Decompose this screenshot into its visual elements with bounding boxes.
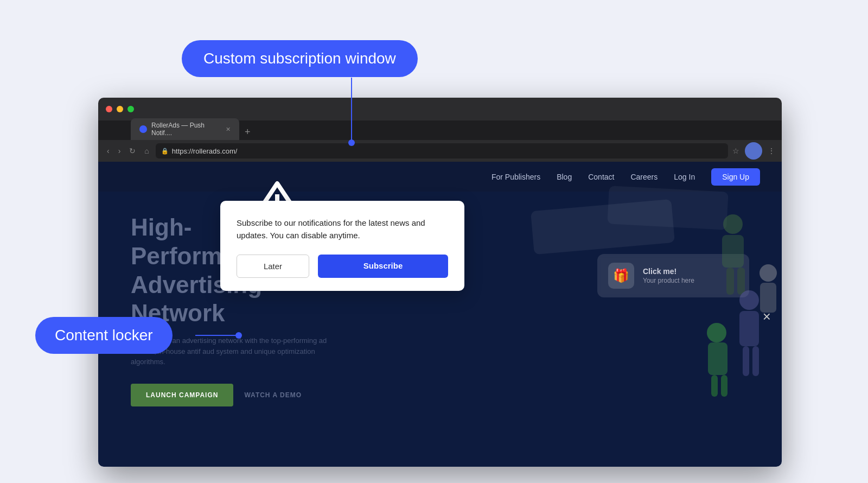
svg-rect-14: [721, 375, 727, 397]
browser-content: For Publishers Blog Contact Careers Log …: [98, 162, 782, 467]
tab-close-button[interactable]: ✕: [226, 126, 231, 133]
popup-buttons: Later Subscribe: [237, 255, 448, 278]
watch-demo-button[interactable]: WATCH A DEMO: [244, 384, 302, 406]
address-bar[interactable]: 🔒 https://rollerads.com/: [156, 143, 728, 158]
popup-subscribe-button[interactable]: Subscribe: [318, 255, 448, 278]
svg-rect-8: [752, 346, 759, 376]
svg-rect-7: [743, 346, 749, 376]
browser-dot-yellow[interactable]: [117, 106, 123, 112]
svg-rect-2: [722, 235, 744, 268]
browser-address-right: ☆ ⋮: [732, 142, 775, 160]
svg-point-9: [760, 264, 777, 282]
popup-later-button[interactable]: Later: [237, 255, 309, 278]
svg-point-1: [723, 214, 743, 234]
callout-top-label: Custom subscription window: [182, 40, 418, 77]
browser-window: RollerAds — Push Notif.... ✕ + ‹ › ↻ ⌂ 🔒…: [98, 98, 782, 467]
illustration-people: [576, 192, 782, 467]
user-avatar[interactable]: [745, 142, 762, 160]
svg-rect-13: [711, 375, 718, 397]
site-nav: For Publishers Blog Contact Careers Log …: [98, 162, 782, 192]
nav-login[interactable]: Log In: [674, 173, 695, 181]
launch-campaign-button[interactable]: LAUNCH CAMPAIGN: [131, 384, 233, 406]
svg-point-5: [739, 290, 759, 310]
browser-addressbar: ‹ › ↻ ⌂ 🔒 https://rollerads.com/ ☆ ⋮: [98, 140, 782, 162]
nav-blog[interactable]: Blog: [557, 173, 572, 181]
svg-rect-3: [726, 268, 734, 295]
svg-point-11: [707, 323, 726, 342]
nav-contact[interactable]: Contact: [588, 173, 614, 181]
tab-favicon: [139, 125, 147, 133]
nav-back-button[interactable]: ‹: [105, 147, 112, 155]
browser-tab-active[interactable]: RollerAds — Push Notif.... ✕: [131, 118, 239, 140]
nav-careers[interactable]: Careers: [630, 173, 658, 181]
browser-dot-green[interactable]: [127, 106, 134, 112]
bookmark-icon: ☆: [732, 147, 739, 155]
nav-for-publishers[interactable]: For Publishers: [492, 173, 540, 181]
browser-tabbar: RollerAds — Push Notif.... ✕ +: [98, 120, 782, 140]
svg-rect-4: [737, 268, 745, 295]
popup-message: Subscribe to our notifications for the l…: [237, 217, 432, 242]
nav-signup[interactable]: Sign Up: [711, 168, 760, 186]
subscription-popup: Subscribe to our notifications for the l…: [220, 201, 464, 291]
tab-title: RollerAds — Push Notif....: [151, 122, 219, 137]
browser-dot-red[interactable]: [106, 106, 112, 112]
menu-icon[interactable]: ⋮: [768, 147, 775, 155]
svg-rect-6: [739, 311, 759, 346]
lock-icon: 🔒: [161, 148, 169, 155]
close-button[interactable]: ×: [763, 308, 771, 325]
nav-home-button[interactable]: ⌂: [142, 147, 151, 155]
url-text: https://rollerads.com/: [172, 147, 238, 155]
nav-forward-button[interactable]: ›: [116, 147, 123, 155]
connector-left-line: [195, 335, 239, 336]
connector-top-line: [351, 78, 352, 143]
browser-titlebar: [98, 98, 782, 120]
new-tab-button[interactable]: +: [239, 127, 256, 140]
nav-refresh-button[interactable]: ↻: [127, 147, 138, 155]
svg-rect-12: [708, 342, 727, 375]
callout-left-label: Content locker: [35, 317, 173, 354]
